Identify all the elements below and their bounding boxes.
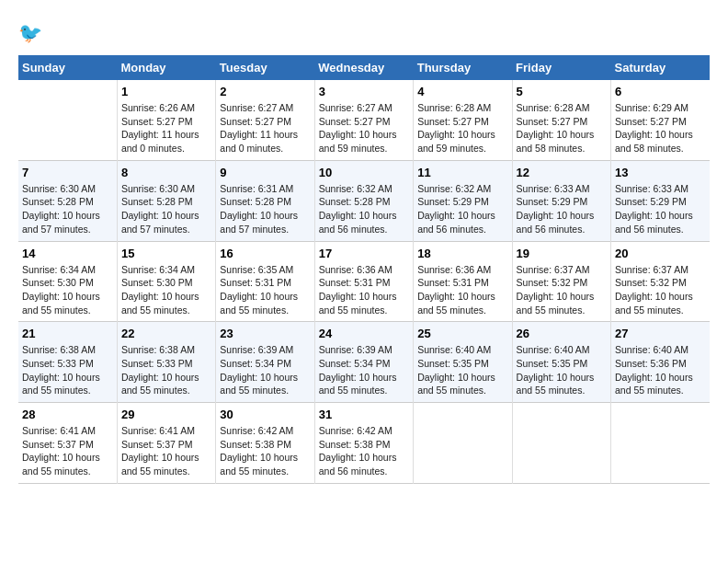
day-number: 29	[121, 408, 211, 421]
day-info: Sunrise: 6:38 AM Sunset: 5:33 PM Dayligh…	[22, 343, 113, 397]
day-cell: 24Sunrise: 6:39 AM Sunset: 5:34 PM Dayli…	[314, 322, 413, 403]
day-cell: 8Sunrise: 6:30 AM Sunset: 5:28 PM Daylig…	[117, 160, 215, 241]
day-cell: 6Sunrise: 6:29 AM Sunset: 5:27 PM Daylig…	[611, 80, 710, 160]
day-number: 30	[220, 408, 310, 421]
day-cell: 12Sunrise: 6:33 AM Sunset: 5:29 PM Dayli…	[512, 160, 610, 241]
day-info: Sunrise: 6:28 AM Sunset: 5:27 PM Dayligh…	[517, 101, 607, 155]
day-number: 3	[319, 85, 409, 98]
day-cell: 30Sunrise: 6:42 AM Sunset: 5:38 PM Dayli…	[216, 403, 314, 484]
day-info: Sunrise: 6:33 AM Sunset: 5:29 PM Dayligh…	[615, 182, 706, 236]
day-info: Sunrise: 6:42 AM Sunset: 5:38 PM Dayligh…	[319, 424, 409, 478]
week-row-4: 21Sunrise: 6:38 AM Sunset: 5:33 PM Dayli…	[18, 322, 710, 403]
day-info: Sunrise: 6:36 AM Sunset: 5:31 PM Dayligh…	[417, 263, 507, 317]
day-cell: 18Sunrise: 6:36 AM Sunset: 5:31 PM Dayli…	[414, 241, 512, 322]
day-info: Sunrise: 6:27 AM Sunset: 5:27 PM Dayligh…	[319, 101, 409, 155]
day-number: 15	[121, 247, 211, 260]
day-info: Sunrise: 6:40 AM Sunset: 5:35 PM Dayligh…	[417, 343, 507, 397]
day-number: 8	[121, 166, 211, 179]
day-info: Sunrise: 6:28 AM Sunset: 5:27 PM Dayligh…	[417, 101, 507, 155]
day-info: Sunrise: 6:30 AM Sunset: 5:28 PM Dayligh…	[22, 182, 113, 236]
column-header-friday: Friday	[512, 55, 610, 80]
day-info: Sunrise: 6:34 AM Sunset: 5:30 PM Dayligh…	[22, 263, 113, 317]
logo-icon: 🐦	[18, 18, 46, 46]
day-number: 19	[517, 247, 607, 260]
calendar-table: SundayMondayTuesdayWednesdayThursdayFrid…	[18, 55, 710, 484]
week-row-3: 14Sunrise: 6:34 AM Sunset: 5:30 PM Dayli…	[18, 241, 710, 322]
day-info: Sunrise: 6:37 AM Sunset: 5:32 PM Dayligh…	[517, 263, 607, 317]
day-cell	[414, 403, 512, 484]
day-info: Sunrise: 6:27 AM Sunset: 5:27 PM Dayligh…	[220, 101, 310, 155]
day-info: Sunrise: 6:36 AM Sunset: 5:31 PM Dayligh…	[319, 263, 409, 317]
day-info: Sunrise: 6:37 AM Sunset: 5:32 PM Dayligh…	[615, 263, 706, 317]
day-cell: 20Sunrise: 6:37 AM Sunset: 5:32 PM Dayli…	[611, 241, 710, 322]
day-info: Sunrise: 6:42 AM Sunset: 5:38 PM Dayligh…	[220, 424, 310, 478]
day-cell: 3Sunrise: 6:27 AM Sunset: 5:27 PM Daylig…	[314, 80, 413, 160]
day-info: Sunrise: 6:40 AM Sunset: 5:35 PM Dayligh…	[517, 343, 607, 397]
day-cell: 10Sunrise: 6:32 AM Sunset: 5:28 PM Dayli…	[314, 160, 413, 241]
day-number: 6	[615, 85, 706, 98]
week-row-1: 1Sunrise: 6:26 AM Sunset: 5:27 PM Daylig…	[18, 80, 710, 160]
day-cell: 31Sunrise: 6:42 AM Sunset: 5:38 PM Dayli…	[314, 403, 413, 484]
day-number: 28	[22, 408, 113, 421]
day-number: 10	[319, 166, 409, 179]
day-number: 22	[121, 327, 211, 340]
day-cell: 15Sunrise: 6:34 AM Sunset: 5:30 PM Dayli…	[117, 241, 215, 322]
day-info: Sunrise: 6:31 AM Sunset: 5:28 PM Dayligh…	[220, 182, 310, 236]
day-cell: 29Sunrise: 6:41 AM Sunset: 5:37 PM Dayli…	[117, 403, 215, 484]
day-info: Sunrise: 6:34 AM Sunset: 5:30 PM Dayligh…	[121, 263, 211, 317]
day-number: 14	[22, 247, 113, 260]
day-number: 1	[121, 85, 211, 98]
day-number: 25	[417, 327, 507, 340]
calendar-header-row: SundayMondayTuesdayWednesdayThursdayFrid…	[18, 55, 710, 80]
day-info: Sunrise: 6:33 AM Sunset: 5:29 PM Dayligh…	[517, 182, 607, 236]
day-number: 13	[615, 166, 706, 179]
day-info: Sunrise: 6:32 AM Sunset: 5:28 PM Dayligh…	[319, 182, 409, 236]
day-info: Sunrise: 6:35 AM Sunset: 5:31 PM Dayligh…	[220, 263, 310, 317]
day-number: 26	[517, 327, 607, 340]
svg-text:🐦: 🐦	[18, 21, 43, 45]
day-info: Sunrise: 6:41 AM Sunset: 5:37 PM Dayligh…	[121, 424, 211, 478]
column-header-thursday: Thursday	[414, 55, 512, 80]
day-cell: 25Sunrise: 6:40 AM Sunset: 5:35 PM Dayli…	[414, 322, 512, 403]
day-cell: 27Sunrise: 6:40 AM Sunset: 5:36 PM Dayli…	[611, 322, 710, 403]
column-header-sunday: Sunday	[18, 55, 117, 80]
day-number: 11	[417, 166, 507, 179]
week-row-2: 7Sunrise: 6:30 AM Sunset: 5:28 PM Daylig…	[18, 160, 710, 241]
day-cell	[512, 403, 610, 484]
day-info: Sunrise: 6:39 AM Sunset: 5:34 PM Dayligh…	[220, 343, 310, 397]
column-header-tuesday: Tuesday	[216, 55, 314, 80]
day-number: 17	[319, 247, 409, 260]
day-number: 5	[517, 85, 607, 98]
day-cell	[18, 80, 117, 160]
day-cell: 5Sunrise: 6:28 AM Sunset: 5:27 PM Daylig…	[512, 80, 610, 160]
day-info: Sunrise: 6:41 AM Sunset: 5:37 PM Dayligh…	[22, 424, 113, 478]
day-number: 21	[22, 327, 113, 340]
day-cell: 23Sunrise: 6:39 AM Sunset: 5:34 PM Dayli…	[216, 322, 314, 403]
day-cell: 26Sunrise: 6:40 AM Sunset: 5:35 PM Dayli…	[512, 322, 610, 403]
column-header-wednesday: Wednesday	[314, 55, 413, 80]
day-cell: 16Sunrise: 6:35 AM Sunset: 5:31 PM Dayli…	[216, 241, 314, 322]
day-cell: 9Sunrise: 6:31 AM Sunset: 5:28 PM Daylig…	[216, 160, 314, 241]
day-cell: 7Sunrise: 6:30 AM Sunset: 5:28 PM Daylig…	[18, 160, 117, 241]
day-info: Sunrise: 6:30 AM Sunset: 5:28 PM Dayligh…	[121, 182, 211, 236]
day-cell: 21Sunrise: 6:38 AM Sunset: 5:33 PM Dayli…	[18, 322, 117, 403]
day-info: Sunrise: 6:29 AM Sunset: 5:27 PM Dayligh…	[615, 101, 706, 155]
day-cell: 28Sunrise: 6:41 AM Sunset: 5:37 PM Dayli…	[18, 403, 117, 484]
day-number: 12	[517, 166, 607, 179]
day-number: 31	[319, 408, 409, 421]
day-cell: 22Sunrise: 6:38 AM Sunset: 5:33 PM Dayli…	[117, 322, 215, 403]
day-number: 20	[615, 247, 706, 260]
day-number: 4	[417, 85, 507, 98]
day-number: 9	[220, 166, 310, 179]
day-number: 18	[417, 247, 507, 260]
day-cell: 2Sunrise: 6:27 AM Sunset: 5:27 PM Daylig…	[216, 80, 314, 160]
day-number: 7	[22, 166, 113, 179]
day-cell: 14Sunrise: 6:34 AM Sunset: 5:30 PM Dayli…	[18, 241, 117, 322]
column-header-saturday: Saturday	[611, 55, 710, 80]
day-info: Sunrise: 6:32 AM Sunset: 5:29 PM Dayligh…	[417, 182, 507, 236]
day-number: 24	[319, 327, 409, 340]
day-cell: 4Sunrise: 6:28 AM Sunset: 5:27 PM Daylig…	[414, 80, 512, 160]
day-cell	[611, 403, 710, 484]
day-cell: 13Sunrise: 6:33 AM Sunset: 5:29 PM Dayli…	[611, 160, 710, 241]
day-cell: 17Sunrise: 6:36 AM Sunset: 5:31 PM Dayli…	[314, 241, 413, 322]
